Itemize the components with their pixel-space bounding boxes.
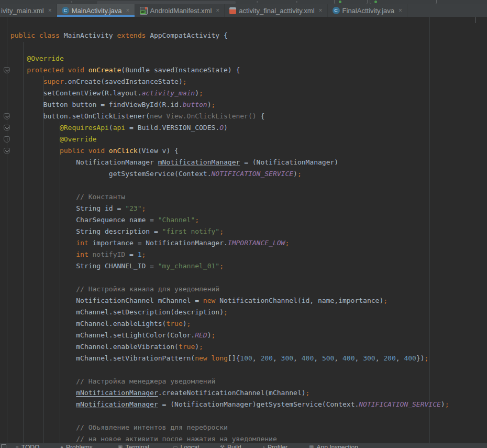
token-id: , bbox=[273, 354, 281, 362]
tab-close-icon[interactable]: × bbox=[48, 7, 52, 14]
fold-marker-icon[interactable] bbox=[4, 67, 10, 73]
tab-activity-final-acttivity-xml[interactable]: activity_final_acttivity.xml× bbox=[225, 4, 327, 17]
token-id: importance = NotificationManager. bbox=[88, 239, 228, 247]
token-id: , bbox=[375, 354, 384, 362]
token-id bbox=[10, 285, 76, 293]
fold-marker-icon[interactable] bbox=[4, 136, 10, 143]
code-line-27: mChannel.setLightColor(Color.RED); bbox=[10, 330, 215, 341]
token-semi: ; bbox=[219, 262, 224, 270]
tool-window-button-todo[interactable]: ≡TODO bbox=[16, 444, 39, 448]
token-kw: public class bbox=[10, 31, 64, 39]
token-id: NotificationManager bbox=[10, 158, 158, 166]
token-id bbox=[10, 400, 76, 408]
token-id: MainActivity bbox=[64, 31, 117, 39]
token-id bbox=[10, 135, 60, 143]
token-ann: @Override bbox=[27, 54, 63, 62]
token-kw: extends bbox=[117, 31, 150, 39]
token-semi: ; bbox=[199, 343, 203, 351]
token-const: activity_main bbox=[141, 89, 195, 97]
token-kw: true bbox=[166, 320, 182, 327]
token-id: ) bbox=[224, 124, 228, 132]
tool-window-button-logcat[interactable]: ▭Logcat bbox=[173, 444, 199, 448]
java-class-icon: C bbox=[62, 7, 69, 14]
code-line-16: String id = "23"; bbox=[10, 203, 146, 214]
tab-androidmanifest-xml[interactable]: AndroidManifest.xml× bbox=[135, 4, 225, 17]
code-line-10: @Override bbox=[10, 134, 96, 145]
tab-close-icon[interactable]: × bbox=[319, 7, 323, 14]
code-editor[interactable]: public class MainActivity extends AppCom… bbox=[0, 17, 487, 443]
code-line-35: // Обьявление интентов для переброски bbox=[10, 422, 228, 433]
tab-finalacttivity-java[interactable]: CFinalActtivity.java× bbox=[328, 4, 407, 17]
fold-marker-icon[interactable] bbox=[4, 148, 10, 154]
token-semi: ; bbox=[141, 250, 146, 258]
token-kw: super bbox=[43, 78, 64, 85]
token-id: , bbox=[355, 354, 363, 362]
code-line-3: @Override bbox=[10, 53, 64, 64]
run-icon bbox=[339, 1, 341, 3]
tool-window-label: Build bbox=[227, 444, 241, 448]
token-id: = bbox=[125, 250, 137, 258]
token-str: "Channel" bbox=[158, 216, 195, 224]
tool-window-label: TODO bbox=[21, 444, 39, 448]
token-id: (Bundle savedInstanceState) { bbox=[121, 66, 240, 74]
code-line-31: // Настройка менеджера уведомлений bbox=[10, 376, 215, 387]
fold-marker-icon[interactable] bbox=[4, 125, 10, 131]
ide-window: { "colors": { "editor_bg": "#2b2b2b", "b… bbox=[0, 0, 487, 448]
tool-window-button-app-inspection[interactable]: ▦App Inspection bbox=[309, 444, 358, 448]
token-id: ) bbox=[207, 331, 212, 339]
token-id: getSystemService(Context. bbox=[10, 170, 212, 178]
token-id: mChannel.setLightColor(Color. bbox=[10, 331, 195, 339]
tab-ivity-main-xml[interactable]: ivity_main.xml× bbox=[0, 4, 57, 17]
java-class-icon: C bbox=[333, 7, 340, 14]
tool-window-button-problems[interactable]: ●Problems bbox=[60, 444, 93, 448]
tab-label: activity_final_acttivity.xml bbox=[239, 7, 314, 15]
debug-icon bbox=[374, 1, 377, 3]
token-ann: api bbox=[113, 124, 125, 132]
token-semi: ; bbox=[224, 308, 228, 316]
token-id bbox=[10, 54, 27, 62]
tab-close-icon[interactable]: × bbox=[216, 7, 219, 14]
token-id: ) bbox=[183, 320, 187, 327]
tab-mainactivity-java[interactable]: CMainActivity.java× bbox=[57, 4, 135, 17]
tool-window-label: Terminal bbox=[125, 444, 149, 448]
terminal-icon: ▣ bbox=[118, 445, 123, 448]
toolbar-icon[interactable] bbox=[257, 1, 258, 3]
code-line-13: getSystemService(Context.NOTIFICATION_SE… bbox=[10, 168, 302, 180]
code-line-36: // на новое активити после нажатия на ув… bbox=[10, 433, 277, 443]
token-id: mChannel.enableLights( bbox=[10, 320, 166, 327]
token-id bbox=[10, 377, 76, 385]
token-com: // Настройка менеджера уведомлений bbox=[76, 377, 215, 385]
window-corner-icon[interactable] bbox=[1, 444, 6, 448]
tool-window-button-build[interactable]: ⚒Build bbox=[220, 444, 241, 448]
token-gray: notifyID bbox=[88, 250, 125, 258]
token-num: 100 bbox=[240, 354, 252, 362]
token-id: Button button = findViewById(R.id. bbox=[10, 101, 183, 108]
token-id: , bbox=[293, 354, 302, 362]
fold-marker-icon[interactable] bbox=[4, 113, 10, 119]
code-line-19: int importance = NotificationManager.IMP… bbox=[10, 237, 289, 249]
token-id bbox=[10, 423, 76, 431]
token-id: , bbox=[334, 354, 342, 362]
token-str: "first notify" bbox=[162, 227, 220, 235]
tool-window-button-terminal[interactable]: ▣Terminal bbox=[118, 444, 149, 448]
token-semi: ; bbox=[285, 239, 289, 247]
code-line-6: setContentView(R.layout.activity_main); bbox=[10, 88, 203, 99]
toolbar-icon[interactable] bbox=[296, 1, 297, 3]
token-id: , bbox=[396, 354, 404, 362]
token-id: NotificationChannel(id, name,importance) bbox=[215, 297, 383, 304]
tab-close-icon[interactable]: × bbox=[126, 7, 129, 14]
token-id bbox=[10, 239, 76, 247]
token-id: mChannel.enableVibration( bbox=[10, 343, 179, 351]
token-id: .onCreate(savedInstanceState) bbox=[64, 78, 183, 85]
todo-icon: ≡ bbox=[16, 445, 19, 448]
token-num: 500 bbox=[322, 354, 334, 362]
tab-label: FinalActtivity.java bbox=[342, 7, 394, 15]
token-id: = (NotificationManager)getSystemService(… bbox=[158, 400, 359, 408]
toolbar-icon[interactable] bbox=[71, 1, 72, 3]
token-id: { bbox=[257, 112, 265, 120]
token-num: 300 bbox=[363, 354, 375, 362]
token-semi: ; bbox=[445, 400, 449, 408]
token-ann: @RequiresApi bbox=[60, 124, 109, 132]
tool-window-button-profiler[interactable]: ◔Profiler bbox=[262, 444, 287, 448]
tab-close-icon[interactable]: × bbox=[399, 7, 402, 14]
